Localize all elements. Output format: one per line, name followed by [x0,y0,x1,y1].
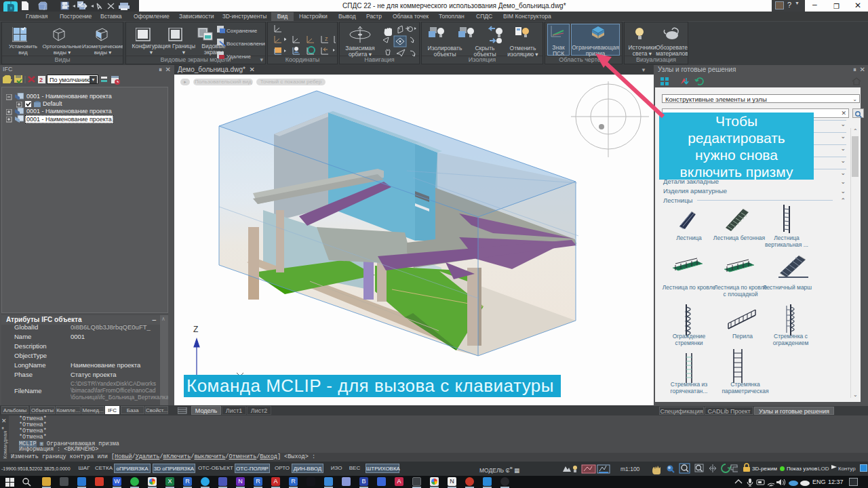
svg-text:z: z [325,35,328,42]
svg-text:2: 2 [39,77,43,83]
svg-text:Z: Z [193,325,198,334]
